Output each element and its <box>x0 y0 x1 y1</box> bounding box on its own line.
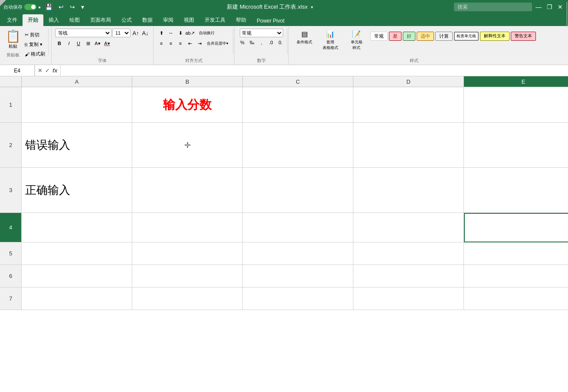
redo-button[interactable]: ↪ <box>68 3 77 10</box>
format-painter-button[interactable]: 🖌 格式刷 <box>23 49 47 59</box>
style-check-cell[interactable]: 检查单元格 <box>454 32 479 41</box>
cell-b7[interactable] <box>132 287 243 310</box>
col-header-d[interactable]: D <box>353 76 464 87</box>
style-neutral[interactable]: 适中 <box>417 32 434 41</box>
cell-d6[interactable] <box>353 265 464 287</box>
cell-d7[interactable] <box>353 287 464 310</box>
underline-button[interactable]: U <box>74 39 83 48</box>
cell-d5[interactable] <box>353 242 464 265</box>
tab-power-pivot[interactable]: Power Pivot <box>251 16 290 26</box>
style-normal[interactable]: 常规 <box>370 32 388 41</box>
row-num-1[interactable]: 1 <box>0 87 22 123</box>
tab-review[interactable]: 审阅 <box>158 14 179 26</box>
bold-button[interactable]: B <box>55 39 64 48</box>
style-explanatory[interactable]: 解释性文本 <box>480 32 509 41</box>
cell-b6[interactable] <box>132 265 243 287</box>
customize-qat-button[interactable]: ▾ <box>79 3 86 10</box>
style-calculation[interactable]: 计算 <box>435 32 453 41</box>
cell-e7[interactable] <box>464 287 568 310</box>
cell-reference-box[interactable] <box>0 65 35 76</box>
search-input[interactable] <box>454 3 532 11</box>
merge-center-button[interactable]: 合并后居中▾ <box>205 39 231 48</box>
tab-home[interactable]: 开始 <box>23 14 43 26</box>
tab-page-layout[interactable]: 页面布局 <box>85 14 116 26</box>
tab-draw[interactable]: 绘图 <box>64 14 85 26</box>
cell-e4[interactable] <box>464 213 568 242</box>
copy-button[interactable]: ⎘ 复制 ▾ <box>23 40 47 49</box>
cell-e5[interactable] <box>464 242 568 265</box>
cell-d3[interactable] <box>353 168 464 213</box>
cell-a5[interactable] <box>22 242 132 265</box>
cell-e1[interactable] <box>464 87 568 123</box>
cut-button[interactable]: ✂ 剪切 <box>23 30 47 39</box>
restore-button[interactable]: ❐ <box>545 3 554 10</box>
number-format-select[interactable]: 常规 <box>240 29 283 37</box>
align-top-button[interactable]: ⬆ <box>157 29 166 37</box>
cell-c1[interactable] <box>243 87 353 123</box>
percent-button[interactable]: ‰ <box>248 38 256 47</box>
style-warning[interactable]: 警告文本 <box>511 32 536 41</box>
indent-increase-button[interactable]: ⇥ <box>195 39 204 48</box>
cell-b4[interactable] <box>132 213 243 242</box>
tab-developer[interactable]: 开发工具 <box>199 14 231 26</box>
row-num-2[interactable]: 2 <box>0 123 22 168</box>
italic-button[interactable]: I <box>65 39 73 48</box>
formula-input[interactable] <box>61 65 568 76</box>
cell-c4[interactable] <box>243 213 353 242</box>
font-color-button[interactable]: A▾ <box>103 39 111 48</box>
cell-b1[interactable]: 输入分数 <box>132 87 243 123</box>
cell-b3[interactable] <box>132 168 243 213</box>
cell-c2[interactable] <box>243 123 353 168</box>
font-name-select[interactable]: 等线 <box>55 29 111 37</box>
align-bottom-button[interactable]: ⬇ <box>176 29 185 37</box>
font-size-select[interactable]: 11 <box>112 29 131 37</box>
currency-button[interactable]: % <box>238 38 247 47</box>
comma-button[interactable]: , <box>257 38 266 47</box>
cell-a3[interactable]: 正确输入 <box>22 168 132 213</box>
cell-b5[interactable] <box>132 242 243 265</box>
cell-e6[interactable] <box>464 265 568 287</box>
align-middle-button[interactable]: ↔ <box>166 29 175 37</box>
wrap-text-button[interactable]: 自动换行 <box>195 29 219 37</box>
tab-view[interactable]: 视图 <box>179 14 199 26</box>
dropdown-arrow[interactable]: ▾ <box>311 5 313 10</box>
table-style-button[interactable]: 📊 套用表格格式 <box>318 29 343 43</box>
cell-d4[interactable] <box>353 213 464 242</box>
row-num-7[interactable]: 7 <box>0 287 22 310</box>
save-button[interactable]: 💾 <box>43 3 54 10</box>
col-header-b[interactable]: B <box>132 76 243 87</box>
autosave-toggle[interactable] <box>24 4 36 10</box>
align-right-button[interactable]: ≡ <box>176 39 185 48</box>
style-bad[interactable]: 差 <box>389 32 402 41</box>
tab-help[interactable]: 帮助 <box>231 14 251 26</box>
cell-c3[interactable] <box>243 168 353 213</box>
cell-a6[interactable] <box>22 265 132 287</box>
insert-function-button[interactable]: fx <box>52 67 59 74</box>
row-num-4[interactable]: 4 <box>0 213 22 242</box>
cell-d2[interactable] <box>353 123 464 168</box>
cell-style-button[interactable]: 📝 单元格样式 <box>344 29 369 43</box>
orientation-button[interactable]: ab↗ <box>186 29 194 37</box>
cell-a4[interactable] <box>22 213 132 242</box>
tab-data[interactable]: 数据 <box>137 14 158 26</box>
cell-a1[interactable] <box>22 87 132 123</box>
cell-a2[interactable]: 错误输入 <box>22 123 132 168</box>
col-header-a[interactable]: A <box>22 76 132 87</box>
close-button[interactable]: ✕ <box>556 3 565 10</box>
indent-decrease-button[interactable]: ⇤ <box>186 39 194 48</box>
border-button[interactable]: ⊞ <box>84 39 92 48</box>
cell-d1[interactable] <box>353 87 464 123</box>
cell-c7[interactable] <box>243 287 353 310</box>
cell-e3[interactable] <box>464 168 568 213</box>
tab-file[interactable]: 文件 <box>2 14 23 26</box>
paste-button[interactable]: 📋 粘贴 <box>3 29 23 51</box>
cell-c6[interactable] <box>243 265 353 287</box>
cell-b2[interactable]: ✛ <box>132 123 243 168</box>
cell-c5[interactable] <box>243 242 353 265</box>
col-header-c[interactable]: C <box>243 76 353 87</box>
confirm-formula-button[interactable]: ✓ <box>44 67 51 74</box>
conditional-format-button[interactable]: ▤ 条件格式 <box>292 29 317 43</box>
cell-a7[interactable] <box>22 287 132 310</box>
increase-decimal-button[interactable]: .0 <box>267 38 275 47</box>
row-num-3[interactable]: 3 <box>0 168 22 213</box>
